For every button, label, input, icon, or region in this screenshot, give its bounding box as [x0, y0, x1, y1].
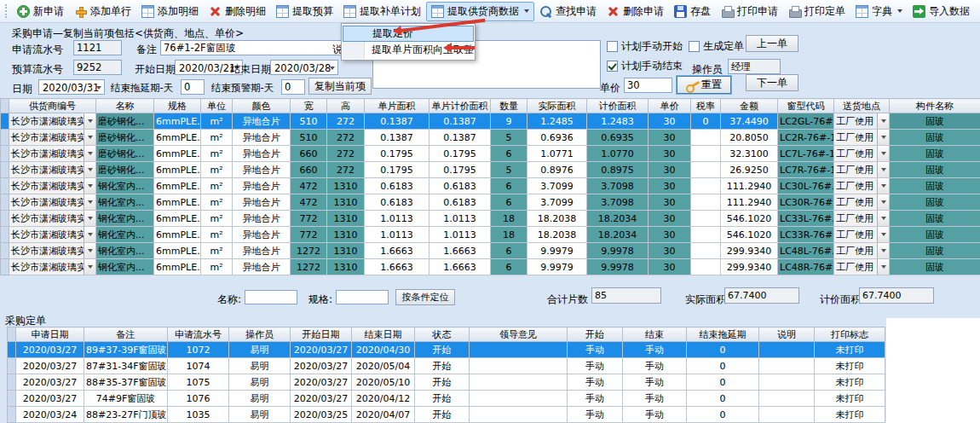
- cell[interactable]: 0: [687, 391, 759, 407]
- cell[interactable]: 9.9978: [587, 243, 649, 259]
- cell[interactable]: 30: [649, 243, 691, 259]
- toolbar-button-delete-detail[interactable]: 删除明细: [204, 2, 271, 21]
- cell-dropdown[interactable]: 长沙市潇湘玻璃实...: [9, 227, 96, 243]
- cell[interactable]: 1.0113: [365, 211, 429, 227]
- cell[interactable]: 1.6663: [365, 243, 429, 259]
- cell[interactable]: 手动: [568, 391, 623, 407]
- cell[interactable]: 1072: [168, 342, 229, 358]
- cell[interactable]: 1.6663: [365, 259, 429, 275]
- cell[interactable]: 异地合片: [233, 211, 291, 227]
- cell[interactable]: 272: [327, 130, 365, 146]
- cell[interactable]: 0.6183: [365, 194, 429, 211]
- cell[interactable]: 磨砂钢化...: [96, 113, 154, 130]
- row-selector[interactable]: [1, 194, 9, 211]
- cell[interactable]: 6: [491, 194, 527, 211]
- table-row[interactable]: 2020/03/2788#35-37F窗固玻1075易明2020/03/2720…: [8, 374, 885, 391]
- cell[interactable]: 26.9250: [721, 162, 778, 178]
- cell[interactable]: 异地合片: [233, 259, 291, 275]
- toolbar-grip[interactable]: [5, 4, 8, 18]
- cell[interactable]: 5: [491, 130, 527, 146]
- cell[interactable]: LC7R-76#-1F0: [778, 162, 834, 178]
- cell[interactable]: 1310: [327, 243, 365, 259]
- cell-dropdown[interactable]: 工厂使用: [834, 113, 890, 130]
- cell[interactable]: 开始: [415, 342, 470, 358]
- cell[interactable]: 0.6935: [587, 130, 649, 146]
- cell[interactable]: 异地合片: [233, 162, 291, 178]
- checkbox-plan-manual-end[interactable]: 计划手动结束: [607, 59, 683, 73]
- cell[interactable]: 9.9979: [527, 259, 587, 275]
- cell[interactable]: m²: [201, 243, 233, 259]
- cell[interactable]: 510: [291, 113, 327, 130]
- cell-dropdown[interactable]: 工厂使用: [834, 194, 890, 211]
- end-warning-input[interactable]: [281, 79, 305, 95]
- cell[interactable]: 易明: [229, 374, 291, 391]
- cell[interactable]: 易明: [229, 391, 291, 407]
- cell[interactable]: 开始: [415, 358, 470, 374]
- cell[interactable]: 2020/04/30: [352, 342, 415, 358]
- previous-order-button[interactable]: 上一单: [746, 35, 798, 52]
- cell[interactable]: [759, 358, 815, 374]
- cell[interactable]: 异地合片: [233, 113, 291, 130]
- cell[interactable]: 2020/03/27: [291, 374, 352, 391]
- cell[interactable]: 0.6183: [429, 178, 491, 194]
- cell[interactable]: 37.4490: [721, 113, 778, 130]
- cell[interactable]: 磨砂钢化...: [96, 162, 154, 178]
- cell[interactable]: 固玻: [890, 194, 980, 211]
- cell[interactable]: 18: [491, 211, 527, 227]
- cell[interactable]: 开始: [415, 374, 470, 391]
- toolbar-button-delete-request[interactable]: 删除申请: [602, 2, 669, 21]
- cell[interactable]: 2020/03/27: [291, 342, 352, 358]
- cell[interactable]: 1310: [327, 194, 365, 211]
- cell[interactable]: [691, 211, 721, 227]
- cell[interactable]: 89#37-39F窗固玻: [84, 342, 168, 358]
- cell[interactable]: 异地合片: [233, 146, 291, 162]
- cell[interactable]: 1.0113: [429, 227, 491, 243]
- cell[interactable]: 0.1795: [429, 162, 491, 178]
- cell[interactable]: [691, 227, 721, 243]
- cell-dropdown[interactable]: 长沙市潇湘玻璃实...: [9, 194, 96, 211]
- toolbar-button-extract-supplement-plan[interactable]: 提取补单计划: [338, 2, 426, 21]
- cell-dropdown[interactable]: 工厂使用: [834, 178, 890, 194]
- cell[interactable]: 手动: [568, 374, 623, 391]
- next-order-button[interactable]: 下一单: [746, 74, 798, 91]
- cell[interactable]: 660: [291, 162, 327, 178]
- row-selector[interactable]: [8, 374, 16, 391]
- cell-dropdown[interactable]: 长沙市潇湘玻璃实...: [9, 243, 96, 259]
- row-selector[interactable]: [8, 407, 16, 423]
- cell[interactable]: 32.3100: [721, 146, 778, 162]
- cell[interactable]: [691, 162, 721, 178]
- cell[interactable]: 0.6936: [527, 130, 587, 146]
- cell[interactable]: 6: [491, 178, 527, 194]
- cell[interactable]: [759, 374, 815, 391]
- cell[interactable]: 88#35-37F窗固玻: [84, 374, 168, 391]
- cell-dropdown[interactable]: 长沙市潇湘玻璃实...: [9, 146, 96, 162]
- cell[interactable]: 0.1387: [365, 113, 429, 130]
- toolbar-button-new-request[interactable]: 新申请: [12, 2, 69, 21]
- cell[interactable]: 6mmPLE...: [154, 146, 201, 162]
- cell[interactable]: 6mmPLE...: [154, 227, 201, 243]
- cell[interactable]: 272: [327, 146, 365, 162]
- checkbox-generate-order[interactable]: 生成定单: [689, 39, 744, 54]
- cell[interactable]: 异地合片: [233, 243, 291, 259]
- cell[interactable]: 0.1795: [365, 162, 429, 178]
- chevron-down-icon[interactable]: [96, 86, 101, 90]
- row-selector[interactable]: [8, 391, 16, 407]
- spec-filter-input[interactable]: [336, 290, 389, 304]
- unit-price-input[interactable]: [624, 78, 672, 93]
- chevron-down-icon[interactable]: [330, 67, 335, 70]
- cell[interactable]: 固玻: [890, 146, 980, 162]
- row-selector[interactable]: [1, 259, 9, 275]
- cell[interactable]: 1272: [291, 259, 327, 275]
- end-delay-input[interactable]: [181, 79, 205, 95]
- cell-dropdown[interactable]: 工厂使用: [834, 227, 890, 243]
- table-row[interactable]: 2020/03/2787#31-34F窗固玻1074易明2020/03/2720…: [8, 358, 885, 374]
- cell-dropdown[interactable]: 长沙市潇湘玻璃实...: [9, 162, 96, 178]
- cell[interactable]: [470, 358, 568, 374]
- cell[interactable]: 6mmPLE...: [154, 211, 201, 227]
- cell[interactable]: 6: [491, 243, 527, 259]
- cell[interactable]: 0: [687, 407, 759, 423]
- cell[interactable]: m²: [201, 194, 233, 211]
- cell[interactable]: 20.8050: [721, 130, 778, 146]
- cell[interactable]: [470, 342, 568, 358]
- cell-dropdown[interactable]: 长沙市潇湘玻璃实...: [9, 130, 96, 146]
